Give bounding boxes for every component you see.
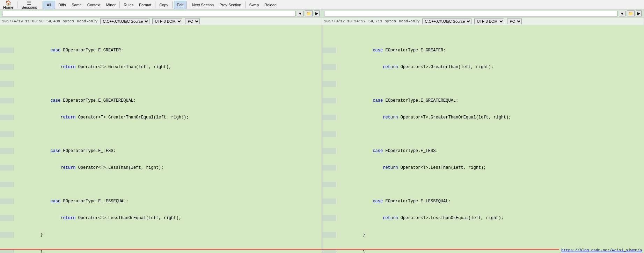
right-date: 2017/8/12 18:34:52 <box>324 19 366 23</box>
right-nav-button[interactable]: ▶ <box>636 10 642 16</box>
table-row: return Operator<T>.LessThanOrEqual(left,… <box>0 215 322 221</box>
table-row: return Operator<T>.GreaterThanOrEqual(le… <box>0 115 322 120</box>
table-row: return Operator<T>.LessThan(left, right)… <box>0 165 322 171</box>
right-diff-pane: case EOperatorType.E_GREATER: return Ope… <box>322 25 644 253</box>
status-bar: https://blog.csdn.net/weisi_siwen/a <box>559 247 644 253</box>
left-file-bar: C:\Users\Dennislai\AppData\Local\Temp\Op… <box>0 10 322 17</box>
copy-button[interactable]: Copy <box>157 1 171 9</box>
left-info-bar: 2017/4/19 11:08:58 59,439 bytes Read-onl… <box>0 17 322 25</box>
right-code-area: case EOperatorType.E_GREATER: return Ope… <box>322 25 644 253</box>
same-button[interactable]: Same <box>69 1 84 9</box>
table-row: case EOperatorType.E_GREATER: <box>0 48 322 53</box>
toolbar: 🏠 Home ☰ Sessions All Diffs Same Context… <box>0 0 644 10</box>
table-row <box>322 131 644 137</box>
table-row <box>322 81 644 87</box>
left-browse-button[interactable]: ▼ <box>297 11 303 16</box>
left-diff-pane: case EOperatorType.E_GREATER: return Ope… <box>0 25 322 253</box>
file-bars: C:\Users\Dennislai\AppData\Local\Temp\Op… <box>0 10 644 17</box>
right-file-path-input[interactable]: C:\Users\Dennislai\AppData\Local\Temp\Op… <box>324 11 617 16</box>
table-row: return Operator<T>.GreaterThan(left, rig… <box>0 64 322 70</box>
table-row: case EOperatorType.E_GREATER: <box>322 48 644 53</box>
left-size: 59,439 bytes <box>46 19 74 23</box>
table-row: case EOperatorType.E_LESSEQUAL: <box>322 198 644 204</box>
separator <box>155 1 155 8</box>
separator <box>188 1 188 8</box>
info-bars: 2017/4/19 11:08:58 59,439 bytes Read-onl… <box>0 17 644 25</box>
table-row: case EOperatorType.E_LESS: <box>0 148 322 154</box>
left-file-path-input[interactable]: C:\Users\Dennislai\AppData\Local\Temp\Op… <box>2 11 295 16</box>
separator <box>119 1 120 8</box>
table-row <box>0 81 322 87</box>
right-access: Read-only <box>399 19 419 23</box>
home-button[interactable]: 🏠 Home <box>1 1 16 9</box>
sessions-icon: ☰ <box>27 0 31 5</box>
format-button[interactable]: Format <box>137 1 154 9</box>
right-lang-select[interactable]: C,C++,C#,ObjC Source <box>422 19 471 24</box>
table-row: case EOperatorType.E_GREATEREQUAL: <box>322 98 644 103</box>
table-row: } <box>0 232 322 238</box>
right-lineend-select[interactable]: PC <box>507 19 522 24</box>
right-diff-content[interactable]: case EOperatorType.E_GREATER: return Ope… <box>322 25 644 253</box>
diffs-button[interactable]: Diffs <box>56 1 68 9</box>
separator <box>41 1 41 8</box>
separator <box>172 1 173 8</box>
table-row: return Operator<T>.LessThan(left, right)… <box>322 165 644 171</box>
edit-button[interactable]: Edit <box>174 1 186 9</box>
prev-section-button[interactable]: Prev Section <box>217 1 243 9</box>
left-lineend-select[interactable]: PC <box>185 19 200 24</box>
sessions-button[interactable]: ☰ Sessions <box>19 1 39 9</box>
table-row: } <box>0 249 322 253</box>
left-encoding-select[interactable]: UTF-8 BOM <box>152 19 182 24</box>
all-button[interactable]: All <box>43 1 55 9</box>
right-folder-button[interactable]: 📁 <box>627 10 635 16</box>
left-nav-button[interactable]: ▶ <box>314 10 320 16</box>
right-browse-button[interactable]: ▼ <box>619 11 625 16</box>
table-row: return Operator<T>.LessThanOrEqual(left,… <box>322 215 644 221</box>
table-row: return Operator<T>.GreaterThanOrEqual(le… <box>322 115 644 120</box>
left-date: 2017/4/19 11:08:58 <box>2 19 44 23</box>
table-row: case EOperatorType.E_GREATEREQUAL: <box>0 98 322 103</box>
table-row <box>322 182 644 187</box>
table-row <box>0 182 322 187</box>
table-row: case EOperatorType.E_LESS: <box>322 148 644 154</box>
home-icon: 🏠 <box>5 0 11 5</box>
minor-button[interactable]: Minor <box>104 1 118 9</box>
reload-button[interactable]: Reload <box>262 1 279 9</box>
right-encoding-select[interactable]: UTF-8 BOM <box>474 19 504 24</box>
separator <box>245 1 246 8</box>
next-section-button[interactable]: Next Section <box>190 1 216 9</box>
table-row: } <box>322 232 644 238</box>
table-row: return Operator<T>.GreaterThan(left, rig… <box>322 64 644 70</box>
context-button[interactable]: Context <box>85 1 103 9</box>
rules-button[interactable]: Rules <box>121 1 136 9</box>
left-diff-content[interactable]: case EOperatorType.E_GREATER: return Ope… <box>0 25 322 253</box>
table-row <box>0 131 322 137</box>
left-access: Read-only <box>77 19 97 23</box>
status-url: https://blog.csdn.net/weisi_siwen/a <box>561 248 642 252</box>
right-info-bar: 2017/8/12 18:34:52 59,713 bytes Read-onl… <box>322 17 644 25</box>
left-folder-button[interactable]: 📁 <box>305 10 313 16</box>
app-container: 🏠 Home ☰ Sessions All Diffs Same Context… <box>0 0 644 253</box>
separator <box>17 1 17 8</box>
left-code-area: case EOperatorType.E_GREATER: return Ope… <box>0 25 322 253</box>
diff-container: case EOperatorType.E_GREATER: return Ope… <box>0 25 644 253</box>
table-row: case EOperatorType.E_LESSEQUAL: <box>0 198 322 204</box>
right-size: 59,713 bytes <box>368 19 396 23</box>
swap-button[interactable]: Swap <box>247 1 262 9</box>
right-file-bar: C:\Users\Dennislai\AppData\Local\Temp\Op… <box>322 10 644 17</box>
left-lang-select[interactable]: C,C++,C#,ObjC Source <box>100 19 149 24</box>
